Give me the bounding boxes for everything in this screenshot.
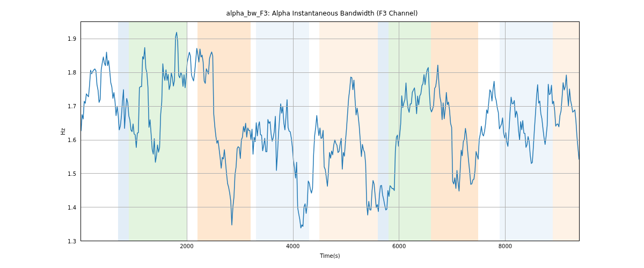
y-tick-label: 1.4 <box>0 204 76 210</box>
y-tick-label: 1.6 <box>0 137 76 143</box>
y-tick-label: 1.9 <box>0 35 76 41</box>
x-tick-label: 8000 <box>489 243 521 249</box>
grid-line-horizontal <box>81 72 579 73</box>
y-tick-label: 1.8 <box>0 69 76 75</box>
chart-title: alpha_bw_F3: Alpha Instantaneous Bandwid… <box>0 10 644 17</box>
grid-line-horizontal <box>81 140 579 140</box>
grid-line-vertical <box>293 22 294 241</box>
grid-line-horizontal <box>81 207 579 207</box>
y-tick-label: 1.3 <box>0 239 76 244</box>
y-tick-label: 1.7 <box>0 103 76 109</box>
grid-line-horizontal <box>81 241 579 241</box>
grid-line-horizontal <box>81 39 579 39</box>
grid-line-vertical <box>505 22 506 241</box>
x-tick-label: 4000 <box>277 243 309 249</box>
x-tick-label: 2000 <box>171 243 203 249</box>
grid-line-vertical <box>187 22 187 241</box>
x-axis-label: Time(s) <box>80 253 580 259</box>
y-tick-label: 1.5 <box>0 170 76 176</box>
grid-line-horizontal <box>81 173 579 174</box>
x-tick-label: 6000 <box>383 243 415 249</box>
grid-line-vertical <box>399 22 399 241</box>
plot-area <box>80 21 580 241</box>
grid-line-horizontal <box>81 106 579 107</box>
